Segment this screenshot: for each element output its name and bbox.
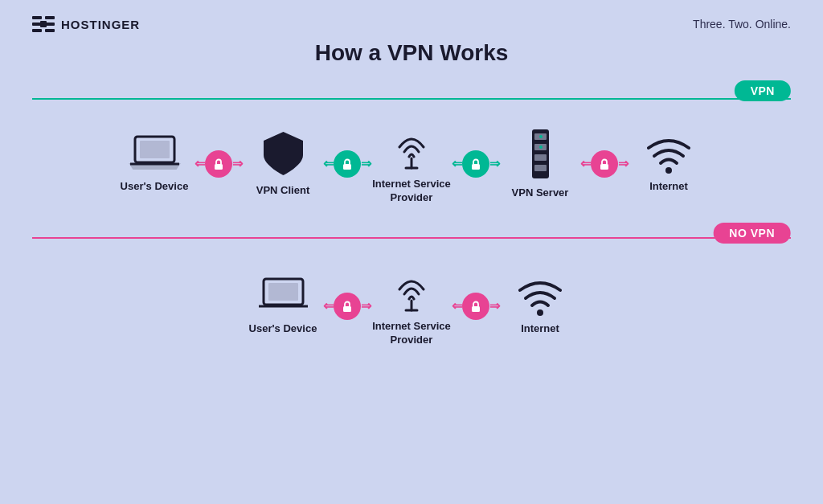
antenna-icon [391,123,432,171]
no-vpn-arrow-right-1: ⇒ [361,298,371,313]
svg-rect-2 [32,29,42,32]
shield-icon [261,129,305,178]
connector-3: ⇐ ⇒ [452,150,500,178]
no-vpn-badge: NO VPN [713,223,791,244]
lock-3 [462,150,489,178]
vpn-isp-label: Internet ServiceProvider [372,178,451,205]
svg-rect-30 [472,306,480,312]
no-vpn-device-wifi: Internet [500,276,580,336]
arrow-left-3: ⇐ [452,156,462,171]
arrow-left-1: ⇐ [194,156,205,171]
arrow-left-2: ⇐ [323,156,334,171]
svg-rect-27 [343,306,351,312]
no-vpn-isp-label: Internet ServiceProvider [372,320,451,347]
no-vpn-connector-1: ⇐ ⇒ [323,293,371,320]
svg-point-20 [539,135,543,138]
vpn-devices-row: User's Device ⇐ ⇒ VPN Client ⇐ [32,123,791,205]
connector-2: ⇐ ⇒ [323,150,371,178]
no-vpn-wifi-icon [516,276,564,316]
server-icon [522,128,559,180]
svg-rect-11 [343,164,351,170]
svg-rect-14 [472,164,480,170]
no-vpn-device-isp: Internet ServiceProvider [371,265,452,347]
logo: HOSTINGER [32,16,140,32]
vpn-device-server: VPN Server [500,128,580,200]
no-vpn-arrow-right-2: ⇒ [489,298,500,313]
vpn-badge: VPN [735,80,791,101]
svg-point-21 [539,145,543,149]
vpn-device-isp: Internet ServiceProvider [371,123,452,205]
no-vpn-laptop-icon [257,276,309,316]
no-vpn-laptop-label: User's Device [249,322,317,336]
vpn-section: VPN User's Device ⇐ ⇒ [32,80,791,213]
vpn-wifi-label: Internet [649,180,688,194]
no-vpn-lock-1 [334,293,361,320]
arrow-right-2: ⇒ [361,156,371,171]
svg-rect-5 [45,29,55,32]
wifi-icon [645,133,693,174]
connector-4: ⇐ ⇒ [580,150,629,178]
svg-point-31 [537,309,543,316]
hostinger-logo-icon [32,16,55,32]
svg-rect-0 [32,16,42,19]
no-vpn-antenna-icon [391,265,432,313]
arrow-right-1: ⇒ [232,156,243,171]
no-vpn-connector-2: ⇐ ⇒ [452,293,500,320]
laptop-icon [129,133,181,174]
vpn-device-shield: VPN Client [243,129,323,198]
lock-1 [205,150,232,178]
no-vpn-section: NO VPN User's Device ⇐ ⇒ [32,223,791,347]
arrow-left-4: ⇐ [580,156,591,171]
arrow-right-4: ⇒ [618,156,629,171]
no-vpn-arrow-left-2: ⇐ [452,298,462,313]
vpn-shield-label: VPN Client [256,184,309,198]
vpn-device-laptop: User's Device [114,133,194,194]
svg-rect-3 [45,16,55,19]
svg-rect-6 [40,21,47,27]
page-title: How a VPN Works [32,40,791,66]
svg-rect-22 [600,164,608,170]
header: HOSTINGER Three. Two. Online. [32,16,791,32]
vpn-laptop-label: User's Device [121,180,189,194]
lock-2 [334,150,361,178]
svg-rect-8 [140,141,170,158]
svg-point-23 [665,167,672,174]
svg-rect-25 [268,283,298,301]
no-vpn-wifi-label: Internet [521,322,559,336]
no-vpn-lock-2 [462,293,489,320]
svg-rect-10 [215,164,223,170]
svg-rect-18 [534,154,547,161]
connector-1: ⇐ ⇒ [194,150,243,178]
no-vpn-device-laptop: User's Device [243,276,323,336]
logo-text: HOSTINGER [61,18,140,31]
vpn-server-label: VPN Server [512,186,569,200]
page: HOSTINGER Three. Two. Online. How a VPN … [0,0,823,504]
lock-4 [591,150,618,178]
svg-rect-19 [534,165,547,171]
no-vpn-arrow-left-1: ⇐ [323,298,334,313]
arrow-right-3: ⇒ [489,156,500,171]
vpn-device-wifi: Internet [629,133,709,194]
no-vpn-devices-row: User's Device ⇐ ⇒ Internet Ser [32,265,791,347]
tagline: Three. Two. Online. [693,18,791,31]
